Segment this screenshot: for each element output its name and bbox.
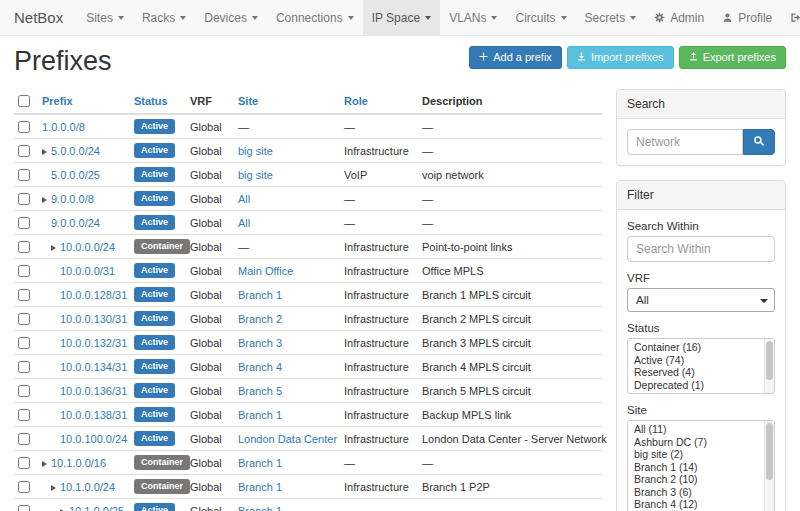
row-checkbox[interactable] xyxy=(18,121,30,133)
import-prefixes-button[interactable]: Import prefixes xyxy=(567,46,674,69)
filter-option[interactable]: Reserved (4) xyxy=(628,366,774,379)
nav-item-sites[interactable]: Sites xyxy=(77,0,133,35)
nav-item-ip-space[interactable]: IP Space xyxy=(363,0,440,35)
vrf-select[interactable]: All xyxy=(627,288,775,312)
nav-item-admin[interactable]: Admin xyxy=(645,0,713,35)
filter-option[interactable]: Branch 4 (12) xyxy=(628,498,774,511)
filter-option[interactable]: Branch 2 (10) xyxy=(628,473,774,486)
app-brand[interactable]: NetBox xyxy=(0,0,77,35)
prefix-link[interactable]: 10.0.0.0/24 xyxy=(60,241,115,253)
prefix-link[interactable]: 10.1.0.0/25 xyxy=(69,505,124,511)
prefix-link[interactable]: 10.0.0.128/31 xyxy=(60,289,127,301)
site-link[interactable]: big site xyxy=(238,145,273,157)
filter-option[interactable]: Branch 1 (14) xyxy=(628,461,774,474)
row-checkbox[interactable] xyxy=(18,265,30,277)
row-checkbox[interactable] xyxy=(18,241,30,253)
vrf-cell: Global xyxy=(190,481,222,493)
prefix-link[interactable]: 10.0.0.134/31 xyxy=(60,361,127,373)
add-prefix-button[interactable]: Add a prefix xyxy=(469,46,562,69)
site-link[interactable]: Main Office xyxy=(238,265,293,277)
prefix-link[interactable]: 10.0.0.0/31 xyxy=(60,265,115,277)
row-checkbox[interactable] xyxy=(18,481,30,493)
row-checkbox[interactable] xyxy=(18,217,30,229)
site-link[interactable]: Branch 5 xyxy=(238,385,282,397)
filter-option[interactable]: Ashburn DC (7) xyxy=(628,436,774,449)
expand-caret-icon[interactable] xyxy=(42,197,47,203)
expand-caret-icon[interactable] xyxy=(42,461,47,467)
row-checkbox[interactable] xyxy=(18,457,30,469)
row-checkbox[interactable] xyxy=(18,409,30,421)
prefix-link[interactable]: 10.0.0.138/31 xyxy=(60,409,127,421)
site-link[interactable]: Branch 1 xyxy=(238,505,282,511)
row-checkbox[interactable] xyxy=(18,313,30,325)
scrollbar[interactable] xyxy=(764,339,774,393)
site-link[interactable]: Branch 1 xyxy=(238,457,282,469)
row-checkbox[interactable] xyxy=(18,193,30,205)
site-link[interactable]: big site xyxy=(238,169,273,181)
prefix-link[interactable]: 10.0.0.130/31 xyxy=(60,313,127,325)
expand-caret-icon[interactable] xyxy=(51,245,56,251)
row-checkbox[interactable] xyxy=(18,289,30,301)
nav-item-logout[interactable]: Log out xyxy=(781,0,800,35)
column-header-status[interactable]: Status xyxy=(134,95,168,107)
row-checkbox[interactable] xyxy=(18,337,30,349)
search-button[interactable] xyxy=(743,129,775,155)
prefix-link[interactable]: 10.0.100.0/24 xyxy=(60,433,127,445)
nav-item-circuits[interactable]: Circuits xyxy=(506,0,575,35)
role-cell: Infrastructure xyxy=(344,265,409,277)
filter-option[interactable]: Container (16) xyxy=(628,341,774,354)
prefix-link[interactable]: 10.1.0.0/16 xyxy=(51,457,106,469)
select-all-checkbox[interactable] xyxy=(18,95,30,107)
search-within-input[interactable] xyxy=(627,236,775,262)
row-checkbox[interactable] xyxy=(18,505,30,511)
site-link[interactable]: Branch 4 xyxy=(238,361,282,373)
expand-caret-icon[interactable] xyxy=(51,485,56,491)
prefix-link[interactable]: 5.0.0.0/25 xyxy=(51,169,100,181)
prefix-link[interactable]: 9.0.0.0/24 xyxy=(51,217,100,229)
search-input[interactable] xyxy=(627,129,743,155)
filter-option[interactable]: All (11) xyxy=(628,423,774,436)
description-cell: Branch 2 MPLS circuit xyxy=(422,313,531,325)
status-badge: Active xyxy=(134,335,175,350)
site-listbox[interactable]: All (11)Ashburn DC (7)big site (2)Branch… xyxy=(627,420,775,511)
site-link[interactable]: All xyxy=(238,217,250,229)
nav-item-profile[interactable]: Profile xyxy=(713,0,781,35)
row-checkbox[interactable] xyxy=(18,145,30,157)
filter-option[interactable]: Branch 3 (6) xyxy=(628,486,774,499)
row-checkbox[interactable] xyxy=(18,433,30,445)
site-link[interactable]: Branch 3 xyxy=(238,337,282,349)
nav-item-connections[interactable]: Connections xyxy=(267,0,363,35)
prefix-link[interactable]: 5.0.0.0/24 xyxy=(51,145,100,157)
table-row: 10.1.0.0/16ContainerGlobalBranch 1—— xyxy=(14,451,602,475)
column-header-site[interactable]: Site xyxy=(238,95,258,107)
nav-item-devices[interactable]: Devices xyxy=(195,0,267,35)
column-header-prefix[interactable]: Prefix xyxy=(42,95,73,107)
status-listbox[interactable]: Container (16)Active (74)Reserved (4)Dep… xyxy=(627,338,775,394)
export-prefixes-button[interactable]: Export prefixes xyxy=(679,46,786,69)
column-header-role[interactable]: Role xyxy=(344,95,368,107)
prefix-link[interactable]: 10.0.0.136/31 xyxy=(60,385,127,397)
row-checkbox[interactable] xyxy=(18,169,30,181)
filter-option[interactable]: Active (74) xyxy=(628,354,774,367)
prefix-link[interactable]: 10.1.0.0/24 xyxy=(60,481,115,493)
site-link[interactable]: All xyxy=(238,193,250,205)
prefix-link[interactable]: 1.0.0.0/8 xyxy=(42,121,85,133)
nav-item-secrets[interactable]: Secrets xyxy=(576,0,646,35)
expand-caret-icon[interactable] xyxy=(42,149,47,155)
description-cell: — xyxy=(422,121,433,133)
row-checkbox[interactable] xyxy=(18,385,30,397)
nav-item-label: Circuits xyxy=(515,11,555,25)
site-link[interactable]: London Data Center xyxy=(238,433,337,445)
site-link[interactable]: Branch 1 xyxy=(238,409,282,421)
prefix-link[interactable]: 9.0.0.0/8 xyxy=(51,193,94,205)
prefix-link[interactable]: 10.0.0.132/31 xyxy=(60,337,127,349)
site-link[interactable]: Branch 1 xyxy=(238,481,282,493)
site-link[interactable]: Branch 2 xyxy=(238,313,282,325)
scrollbar[interactable] xyxy=(764,421,774,511)
row-checkbox[interactable] xyxy=(18,361,30,373)
filter-option[interactable]: Deprecated (1) xyxy=(628,379,774,392)
site-link[interactable]: Branch 1 xyxy=(238,289,282,301)
nav-item-vlans[interactable]: VLANs xyxy=(440,0,506,35)
filter-option[interactable]: big site (2) xyxy=(628,448,774,461)
nav-item-racks[interactable]: Racks xyxy=(133,0,195,35)
